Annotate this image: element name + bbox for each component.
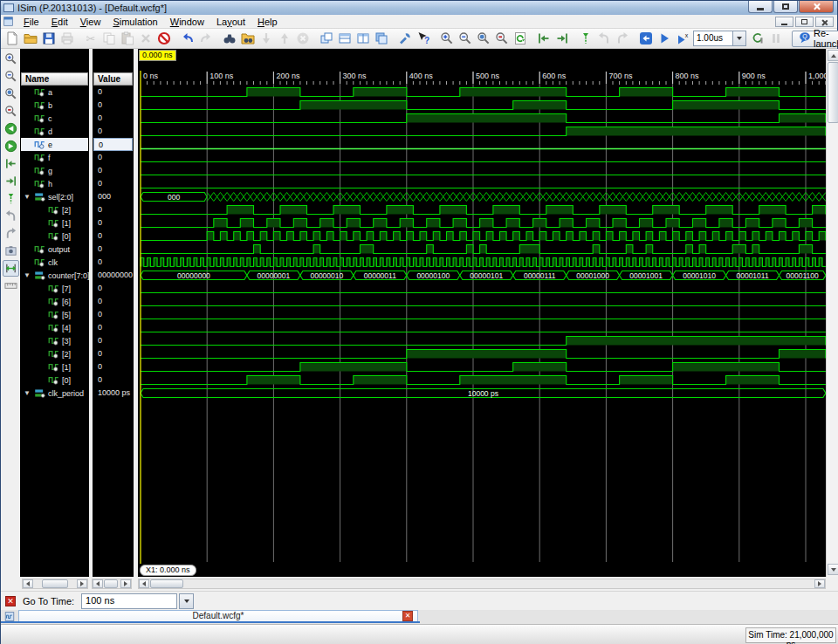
signal-row-6[interactable]: [6] <box>21 295 88 308</box>
signal-value-6[interactable]: 0 <box>93 295 133 308</box>
mdi-minimize-button[interactable] <box>775 17 793 27</box>
add-marker-icon[interactable] <box>576 30 594 48</box>
zoom-full-view-icon[interactable] <box>3 86 19 102</box>
menu-edit[interactable]: Edit <box>45 16 74 28</box>
menu-window[interactable]: Window <box>164 16 210 28</box>
zoom-to-cursor-icon[interactable] <box>3 103 19 120</box>
signal-row-7[interactable]: [7] <box>21 282 88 295</box>
signal-value-5[interactable]: 0 <box>93 308 133 321</box>
signal-value-b[interactable]: 0 <box>93 99 133 112</box>
restart-icon[interactable] <box>636 30 655 48</box>
signal-row-2[interactable]: [2] <box>21 347 88 360</box>
undo-icon[interactable] <box>178 30 196 48</box>
run-all-icon[interactable] <box>655 30 673 48</box>
goto-time-value[interactable]: 100 ns <box>81 593 177 609</box>
signal-value-3[interactable]: 0 <box>93 334 133 347</box>
signal-row-h[interactable]: h <box>21 177 88 190</box>
next-transition-icon[interactable] <box>553 30 571 48</box>
zoom-full-view-icon[interactable] <box>474 30 492 48</box>
signal-row-c[interactable]: c <box>21 112 88 125</box>
prev-marker-icon[interactable] <box>3 208 19 224</box>
signal-value-f[interactable]: 0 <box>93 151 133 164</box>
go-to-latest-time-icon[interactable] <box>3 138 19 154</box>
signal-value-4[interactable]: 0 <box>93 321 133 334</box>
signal-name-panel[interactable]: Name abcdefgh▼sel[2:0][2][1][0]outputclk… <box>20 49 89 577</box>
open-icon[interactable] <box>21 30 39 48</box>
signal-value-0[interactable]: 0 <box>93 230 133 243</box>
zoom-out-icon[interactable] <box>456 30 474 48</box>
run-time-dropdown-button[interactable] <box>733 31 746 46</box>
menu-view[interactable]: View <box>74 16 107 28</box>
signal-value-output[interactable]: 0 <box>93 243 133 256</box>
name-panel-hscrollbar[interactable] <box>22 579 88 589</box>
step-icon[interactable] <box>748 30 766 48</box>
expand-triangle-icon[interactable]: ▼ <box>24 271 31 279</box>
next-transition-icon[interactable] <box>3 173 19 189</box>
prev-transition-icon[interactable] <box>534 30 553 48</box>
signal-row-0[interactable]: [0] <box>21 230 88 243</box>
signal-row-1[interactable]: [1] <box>21 360 88 373</box>
minimize-button[interactable] <box>748 1 773 13</box>
whats-this-icon[interactable]: ? <box>414 30 432 48</box>
signal-row-d[interactable]: d <box>21 125 88 138</box>
maximize-button[interactable] <box>773 1 798 13</box>
signal-row-a[interactable]: a <box>21 86 88 99</box>
signal-value-a[interactable]: 0 <box>93 86 133 99</box>
signal-value-c[interactable]: 0 <box>93 112 133 125</box>
expand-triangle-icon[interactable]: ▼ <box>24 193 31 201</box>
save-icon[interactable] <box>39 30 58 48</box>
signal-row-2[interactable]: [2] <box>21 203 88 216</box>
goto-time-combo[interactable]: 100 ns <box>81 593 194 609</box>
signal-row-g[interactable]: g <box>21 164 88 177</box>
signal-row-f[interactable]: f <box>21 151 88 164</box>
expand-triangle-icon[interactable]: ▼ <box>24 389 31 397</box>
new-icon[interactable] <box>3 30 21 48</box>
name-column-header[interactable]: Name <box>21 72 88 86</box>
signal-row-e[interactable]: e <box>21 138 88 151</box>
signal-value-d[interactable]: 0 <box>93 125 133 138</box>
signal-value-clk_period[interactable]: 10000 ps <box>93 387 133 400</box>
signal-value-2[interactable]: 0 <box>93 203 133 216</box>
signal-value-1[interactable]: 0 <box>93 360 133 373</box>
signal-value-7[interactable]: 0 <box>93 282 133 295</box>
scroll-up-button[interactable] <box>828 50 838 61</box>
signal-value-panel[interactable]: Value 0000000000000000000000000000000010… <box>93 49 134 577</box>
signal-row-4[interactable]: [4] <box>21 321 88 334</box>
tile-vertical-icon[interactable] <box>354 30 372 48</box>
find-in-files-icon[interactable] <box>238 30 257 48</box>
zoom-in-icon[interactable] <box>3 51 19 67</box>
mdi-restore-button[interactable] <box>795 17 814 27</box>
signal-row-0[interactable]: [0] <box>21 373 88 387</box>
tab-default-wcfg[interactable]: Default.wcfg* <box>18 610 418 621</box>
value-panel-hscrollbar[interactable] <box>92 579 132 589</box>
zoom-out-icon[interactable] <box>3 68 19 85</box>
menu-simulation[interactable]: Simulation <box>106 16 163 28</box>
tile-horizontal-icon[interactable] <box>335 30 354 48</box>
zoom-to-cursor-icon[interactable] <box>492 30 511 48</box>
stop-icon[interactable] <box>155 30 173 48</box>
menu-help[interactable]: Help <box>251 16 284 28</box>
value-column-header[interactable]: Value <box>93 72 133 86</box>
waveform-panel[interactable]: 0 ns100 ns200 ns300 ns400 ns500 ns600 ns… <box>138 49 826 577</box>
zoom-in-icon[interactable] <box>437 30 456 48</box>
preferences-icon[interactable] <box>395 30 414 48</box>
find-icon[interactable] <box>220 30 238 48</box>
close-button[interactable] <box>799 1 834 13</box>
goto-bar-close-button[interactable]: ✕ <box>5 596 16 606</box>
signal-row-counter70[interactable]: ▼counter[7:0] <box>21 269 88 282</box>
signal-row-output[interactable]: output <box>21 243 88 256</box>
signal-value-h[interactable]: 0 <box>93 177 133 190</box>
signal-value-2[interactable]: 0 <box>93 347 133 360</box>
add-marker-icon[interactable] <box>3 190 19 207</box>
waveform-canvas[interactable]: 0 ns100 ns200 ns300 ns400 ns500 ns600 ns… <box>138 49 826 577</box>
goto-time-dropdown-button[interactable] <box>179 593 194 609</box>
waveform-vertical-scrollbar[interactable] <box>826 49 838 577</box>
ruler-icon[interactable] <box>3 277 19 294</box>
run-for-time-icon[interactable]: x <box>673 30 691 48</box>
title-bar[interactable]: ISim (P.20131013) - [Default.wcfg*] <box>1 1 837 15</box>
vertical-scroll-thumb[interactable] <box>828 62 838 123</box>
tab-close-button[interactable]: ✕ <box>402 611 413 621</box>
prev-transition-icon[interactable] <box>3 155 19 172</box>
menu-file[interactable]: File <box>17 16 45 28</box>
waveform-hscrollbar[interactable] <box>138 579 826 589</box>
